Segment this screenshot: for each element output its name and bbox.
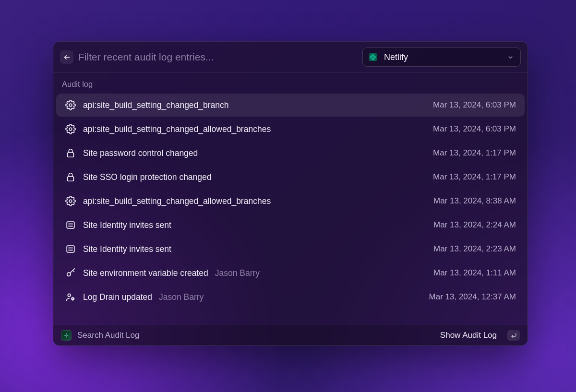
list-icon xyxy=(65,244,76,254)
row-timestamp: Mar 13, 2024, 1:11 AM xyxy=(433,268,516,278)
row-timestamp: Mar 13, 2024, 6:03 PM xyxy=(433,124,516,134)
row-icon-slot xyxy=(65,291,76,303)
row-title: Site environment variable created xyxy=(83,268,208,278)
svg-rect-7 xyxy=(67,222,74,228)
svg-rect-10 xyxy=(67,246,74,252)
row-title: Site Identity invites sent xyxy=(83,220,171,230)
footer-left-label: Search Audit Log xyxy=(77,331,139,340)
row-title: api:site_build_setting_changed_branch xyxy=(83,100,229,110)
row-icon-slot xyxy=(65,123,76,135)
list-icon xyxy=(65,220,76,230)
row-title: api:site_build_setting_changed_allowed_b… xyxy=(83,124,271,134)
audit-log-row[interactable]: Site password control changedMar 13, 202… xyxy=(56,142,525,165)
gear-icon xyxy=(65,196,76,206)
gear-icon xyxy=(65,124,76,134)
arrow-left-icon xyxy=(63,54,71,61)
footer-bar: Search Audit Log Show Audit Log xyxy=(53,325,528,345)
svg-point-2 xyxy=(69,104,72,107)
netlify-logo-icon xyxy=(368,52,378,62)
audit-log-row[interactable]: Site environment variable createdJason B… xyxy=(56,261,525,285)
row-timestamp: Mar 13, 2024, 6:03 PM xyxy=(433,100,516,110)
row-timestamp: Mar 13, 2024, 1:17 PM xyxy=(433,172,516,182)
section-label: Audit log xyxy=(53,73,528,93)
row-icon-slot xyxy=(65,171,76,183)
row-title: Site password control changed xyxy=(83,148,198,158)
audit-log-row[interactable]: api:site_build_setting_changed_branchMar… xyxy=(56,94,525,117)
audit-log-row[interactable]: api:site_build_setting_changed_allowed_b… xyxy=(56,190,525,213)
row-author: Jason Barry xyxy=(159,292,204,302)
row-timestamp: Mar 13, 2024, 2:23 AM xyxy=(433,244,516,254)
svg-point-3 xyxy=(69,128,72,131)
row-icon-slot xyxy=(65,267,76,279)
raycast-extension-icon xyxy=(61,330,72,341)
row-icon-slot xyxy=(65,147,76,159)
row-icon-slot xyxy=(65,195,76,207)
audit-log-row[interactable]: Site Identity invites sentMar 13, 2024, … xyxy=(56,214,525,237)
account-dropdown[interactable]: Netlify xyxy=(362,48,521,67)
row-icon-slot xyxy=(65,243,76,255)
svg-rect-4 xyxy=(68,153,74,157)
row-timestamp: Mar 13, 2024, 8:38 AM xyxy=(433,196,516,206)
footer-action-label[interactable]: Show Audit Log xyxy=(440,331,497,340)
row-title: Site Identity invites sent xyxy=(83,244,171,254)
row-title: Site SSO login protection changed xyxy=(83,172,212,182)
audit-log-row[interactable]: Site Identity invites sentMar 13, 2024, … xyxy=(56,238,525,261)
lock-icon xyxy=(65,172,76,182)
row-timestamp: Mar 13, 2024, 2:24 AM xyxy=(433,220,516,230)
svg-point-14 xyxy=(68,294,71,297)
return-icon xyxy=(511,333,517,339)
svg-point-6 xyxy=(69,200,72,202)
row-timestamp: Mar 13, 2024, 12:37 AM xyxy=(429,292,516,302)
gear-icon xyxy=(65,100,76,110)
back-button[interactable] xyxy=(60,50,73,64)
row-icon-slot xyxy=(65,99,76,111)
search-input[interactable] xyxy=(78,51,358,63)
audit-log-row[interactable]: Site SSO login protection changedMar 13,… xyxy=(56,166,525,189)
row-icon-slot xyxy=(65,219,76,231)
dropdown-content: Netlify xyxy=(368,52,408,62)
dropdown-label: Netlify xyxy=(384,52,408,62)
audit-log-row[interactable]: Log Drain updatedJason BarryMar 13, 2024… xyxy=(56,285,525,309)
user-gear-icon xyxy=(65,292,76,302)
audit-log-list: api:site_build_setting_changed_branchMar… xyxy=(53,93,528,325)
audit-log-row[interactable]: api:site_build_setting_changed_allowed_b… xyxy=(56,118,525,141)
command-palette-window: Netlify Audit log api:site_build_setting… xyxy=(53,41,528,346)
row-title: api:site_build_setting_changed_allowed_b… xyxy=(83,196,271,206)
header-bar: Netlify xyxy=(53,42,528,73)
chevron-down-icon xyxy=(507,54,514,60)
row-title: Log Drain updated xyxy=(83,292,152,302)
enter-key-hint[interactable] xyxy=(507,330,520,341)
lock-icon xyxy=(65,148,76,158)
row-author: Jason Barry xyxy=(215,268,260,278)
row-timestamp: Mar 13, 2024, 1:17 PM xyxy=(433,148,516,158)
svg-rect-5 xyxy=(68,177,74,181)
key-icon xyxy=(65,268,76,278)
